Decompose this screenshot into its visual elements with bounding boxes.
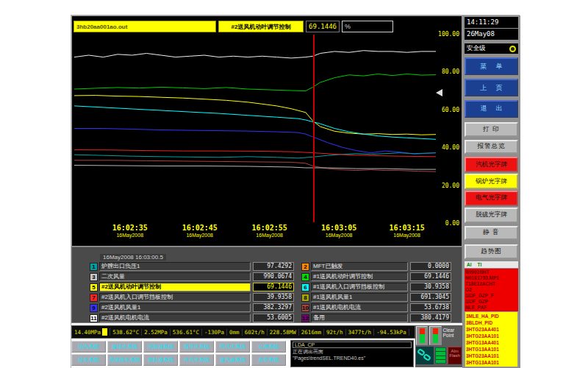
alarm-tag-item[interactable]: N01E1755.MP1: [465, 275, 517, 281]
pen-color-chip: 7: [90, 294, 98, 302]
alarm-tag-item[interactable]: 3HTG13AA101: [466, 359, 517, 366]
alarm-tag-item[interactable]: 1IDF_GZP: [465, 299, 517, 305]
alarm-tag-item[interactable]: 3HTG13AA101: [466, 346, 517, 353]
pen-label: #2送风机电机电流: [99, 314, 251, 322]
system-page-button[interactable]: 凝结水系统: [107, 341, 142, 353]
selected-pen-unit: %: [342, 21, 393, 32]
system-page-button[interactable]: 真空系统: [251, 354, 286, 366]
system-page-button[interactable]: 抽汽系统: [71, 341, 106, 353]
legend-row-pen-12[interactable]: 12备用380.4179: [301, 314, 451, 322]
message-info-box: LDA_CP 正在调出画面 "Pages\trendSEL.TREND40.es…: [290, 340, 414, 367]
legend-row-pen-11[interactable]: 11#2送风机电机电流53.6005: [90, 314, 294, 322]
system-page-button[interactable]: 公用系统: [251, 341, 286, 353]
alarm-tag-item[interactable]: 3MLE_HA_PID: [466, 313, 517, 319]
alarm-tag-item[interactable]: 3HTG23AA101: [466, 353, 517, 359]
status-value: 2616mm: [299, 329, 324, 336]
pen-color-chip: 5: [90, 283, 98, 291]
system-page-button[interactable]: 循环水系统: [179, 341, 214, 353]
alarm-tag-item[interactable]: 1IDF_GZP_F: [465, 293, 517, 299]
date-display: 26May08: [465, 29, 518, 40]
signal-type-strip: AITI: [465, 261, 518, 268]
time-cursor-line[interactable]: [313, 35, 315, 222]
trend-file-field[interactable]: 3hb20aa001ao.out: [74, 21, 216, 32]
alarm-tag-item[interactable]: T18E12ACHT: [465, 281, 517, 287]
exit-button[interactable]: 退 出: [465, 100, 518, 118]
system-page-button[interactable]: 密封油系统: [143, 354, 178, 366]
selected-pen-title[interactable]: #2送风机动叶调节控制: [218, 21, 304, 32]
legend-row-pen-6[interactable]: 6#1送风机入口调节挡板控制30.9358: [301, 283, 451, 291]
system-page-button[interactable]: 润滑油系统: [143, 341, 178, 353]
y-axis-scale: 100.0080.0060.0040.0020.000.00: [437, 31, 461, 227]
boiler-annunciator-button[interactable]: 锅炉光字牌: [465, 174, 518, 189]
info-box-title[interactable]: LDA_CP: [293, 342, 412, 348]
highlight-block-icon: [102, 328, 107, 336]
legend-row-pen-8[interactable]: 8#1送风机风量1691.3045: [301, 293, 451, 302]
value-marker-arrow-icon[interactable]: [436, 89, 442, 96]
trend-page-button[interactable]: 趋势图: [465, 244, 518, 259]
clear-point-button[interactable]: Clear Point: [443, 326, 462, 338]
menu-button[interactable]: 菜 单: [465, 57, 518, 75]
clock-display: 14:11:29: [465, 17, 518, 28]
signal-type-label: AI: [467, 262, 472, 268]
legend-row-pen-2[interactable]: 2MFT已触发0.0000: [301, 262, 451, 271]
turbine-annunciator-button[interactable]: 汽机光字牌: [465, 157, 518, 172]
pen-color-chip: 11: [90, 314, 98, 322]
pen-color-chip: 10: [301, 304, 309, 312]
mute-button[interactable]: 静 音: [465, 226, 518, 241]
alarm-tag-item[interactable]: NLE_PAF: [465, 305, 517, 311]
pen-label: #2送风机动叶调节控制: [99, 283, 251, 291]
system-page-button[interactable]: 凝汽器系统: [215, 354, 250, 366]
pen-color-chip: 4: [301, 273, 309, 281]
legend-row-pen-1[interactable]: 1炉膛出口负压197.4292: [90, 262, 294, 271]
alarm-summary-button[interactable]: 报警总览: [465, 140, 518, 155]
pen-color-chip: 2: [301, 263, 309, 271]
pen-label: #2送风机入口调节挡板控制: [99, 293, 251, 302]
desulf-annunciator-button[interactable]: 脱硫光字牌: [465, 208, 518, 223]
print-button[interactable]: 打 印: [465, 122, 518, 137]
pen-value: 39.9358: [253, 293, 294, 302]
legend-row-pen-5[interactable]: 5#2送风机动叶调节控制69.1446: [90, 283, 294, 291]
status-value: 3477t/h: [346, 329, 375, 336]
legend-column-right: 2MFT已触发0.00004#1送风机动叶调节控制69.14466#1送风机入口…: [301, 262, 451, 324]
system-page-button[interactable]: 高加疏水系统: [107, 354, 142, 366]
legend-row-pen-4[interactable]: 4#1送风机动叶调节控制69.1446: [301, 272, 451, 281]
prev-page-button[interactable]: 上 页: [465, 79, 518, 96]
pen-color-chip: 3: [90, 273, 98, 281]
system-button-row-2: 给水系统高加疏水系统密封油系统开式水系统凝汽器系统真空系统: [71, 354, 289, 366]
status-value: 538.62°C: [110, 329, 142, 336]
y-axis-tick: 80.00: [442, 68, 459, 75]
alarm-tag-item[interactable]: 3HTG23AA101: [466, 333, 517, 339]
trend-plot-area[interactable]: [74, 35, 436, 222]
pen-label: 二次风量: [99, 272, 251, 281]
alarm-tag-item[interactable]: 3HTG13AA401: [466, 339, 517, 346]
chart-header-bar: 3hb20aa001ao.out #2送风机动叶调节控制 69.1446 %: [74, 21, 393, 32]
point-gauge-tile-2[interactable]: [429, 326, 441, 345]
signal-type-label: TI: [478, 262, 482, 268]
legend-row-pen-7[interactable]: 7#2送风机入口调节挡板控制39.9358: [90, 293, 294, 302]
system-page-button[interactable]: 闭式水系统: [215, 341, 250, 353]
electrical-annunciator-button[interactable]: 电气光字牌: [465, 191, 518, 206]
corner-tool-area: Clear Point Alm Flash: [415, 325, 462, 367]
pen-value: 53.6738: [410, 303, 451, 312]
pen-label: 炉膛出口负压1: [99, 262, 251, 271]
alarm-tag-item[interactable]: B9901BHT: [465, 269, 517, 275]
status-value: 602t/h: [243, 329, 268, 336]
status-value: 14.40MPa: [72, 328, 110, 336]
alarm-tag-item[interactable]: O2: [465, 287, 517, 293]
system-page-button[interactable]: 开式水系统: [179, 354, 214, 366]
data-table-icon[interactable]: [435, 347, 446, 364]
status-value: 228.58MW: [268, 329, 299, 336]
trend-line-gray: [74, 166, 436, 170]
legend-row-pen-9[interactable]: 9#2送风机风量1382.3297: [90, 303, 294, 312]
link-chain-icon[interactable]: [416, 347, 434, 364]
trend-line-red: [74, 150, 436, 157]
alarm-flash-button[interactable]: Alm Flash: [448, 347, 462, 364]
point-gauge-tile-1[interactable]: [416, 326, 428, 345]
pen-color-chip: 9: [90, 304, 98, 312]
legend-row-pen-10[interactable]: 10#1送风机电机电流53.6738: [301, 303, 451, 312]
alarm-tag-item[interactable]: 3HTG23AA401: [466, 326, 517, 333]
system-page-button[interactable]: 给水系统: [71, 354, 106, 366]
alarm-tag-item[interactable]: 3BLDH_PID: [466, 319, 517, 326]
legend-row-pen-3[interactable]: 3二次风量990.0674: [90, 272, 294, 281]
security-level-field[interactable]: 安全级: [465, 43, 518, 54]
